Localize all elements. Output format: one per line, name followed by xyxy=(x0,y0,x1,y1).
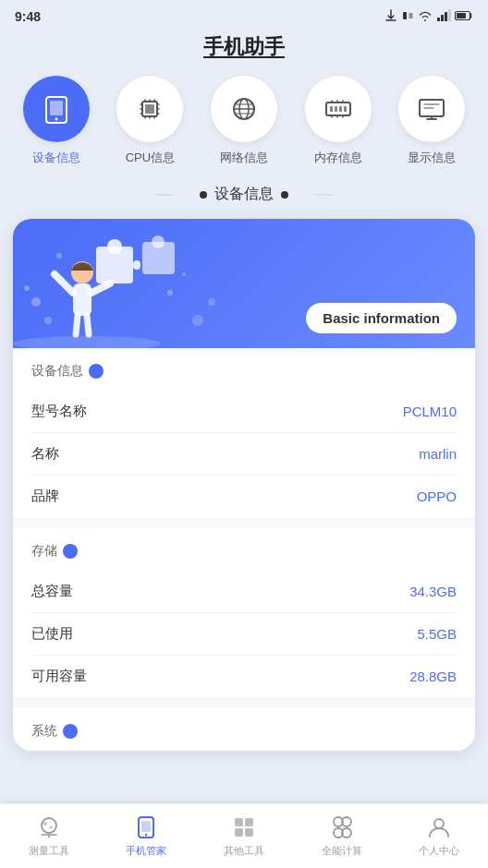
storage-available-label: 可用容量 xyxy=(31,668,87,685)
system-section-header: 系统 xyxy=(31,723,457,740)
banner: Basic information xyxy=(13,219,475,348)
bottom-nav-measure-label: 测量工具 xyxy=(29,844,69,858)
bottom-nav-profile-label: 个人中心 xyxy=(419,844,459,858)
main-card: Basic information 设备信息 型号名称 PCLM10 名称 ma… xyxy=(13,219,475,751)
device-name-label: 名称 xyxy=(31,445,59,463)
svg-rect-4 xyxy=(448,9,451,21)
status-icons xyxy=(384,9,473,25)
bottom-nav: 测量工具 手机管家 其他工具 xyxy=(0,803,488,868)
svg-rect-18 xyxy=(344,106,347,112)
svg-rect-0 xyxy=(403,12,407,19)
storage-section-header: 存储 xyxy=(31,543,457,560)
section-dot-right xyxy=(281,191,288,199)
svg-rect-1 xyxy=(437,18,440,21)
storage-used-label: 已使用 xyxy=(31,625,73,643)
svg-rect-43 xyxy=(245,818,253,826)
bottom-nav-phone-manager[interactable]: 手机管家 xyxy=(98,814,196,858)
storage-total-value: 34.3GB xyxy=(409,584,457,599)
divider-2 xyxy=(13,697,475,708)
scroll-content: 设备信息 xyxy=(0,185,488,825)
svg-point-30 xyxy=(44,317,52,324)
svg-point-29 xyxy=(24,285,30,291)
status-time: 9:48 xyxy=(15,9,41,24)
svg-point-9 xyxy=(55,118,57,121)
network-info-icon-circle[interactable] xyxy=(211,76,277,142)
section-title-text: 设备信息 xyxy=(214,185,274,204)
bottom-nav-calculator[interactable]: 全能计算 xyxy=(293,814,391,858)
svg-point-33 xyxy=(56,253,62,259)
svg-point-24 xyxy=(107,239,122,254)
phone-manager-icon xyxy=(133,814,159,840)
svg-point-36 xyxy=(42,818,56,833)
storage-section-dot xyxy=(63,544,78,559)
page-title: 手机助手 xyxy=(0,30,488,76)
nav-label-network-info: 网络信息 xyxy=(220,150,268,166)
nav-item-network-info[interactable]: 网络信息 xyxy=(211,76,277,166)
svg-point-34 xyxy=(167,290,173,295)
device-info-icon-circle[interactable] xyxy=(23,76,90,142)
device-info-section: 设备信息 型号名称 PCLM10 名称 marlin 品牌 OPPO xyxy=(13,348,475,517)
svg-point-20 xyxy=(13,336,161,348)
svg-rect-8 xyxy=(50,101,63,115)
cpu-info-icon-circle[interactable] xyxy=(116,76,183,142)
nav-label-display-info: 显示信息 xyxy=(408,150,456,166)
device-model-row: 型号名称 PCLM10 xyxy=(31,391,457,433)
device-brand-label: 品牌 xyxy=(31,488,59,505)
device-model-label: 型号名称 xyxy=(31,403,87,420)
nav-icons-row: 设备信息 CPU信息 网络信息 xyxy=(0,76,488,185)
device-section-label: 设备信息 xyxy=(31,363,83,380)
banner-illustration xyxy=(13,228,226,348)
bottom-nav-other-tools-label: 其他工具 xyxy=(224,844,264,858)
bottom-nav-other-tools[interactable]: 其他工具 xyxy=(195,814,293,858)
device-name-row: 名称 marlin xyxy=(31,433,457,476)
bottom-nav-measure[interactable]: 测量工具 xyxy=(0,814,98,858)
section-dot-left xyxy=(200,191,207,199)
status-bar: 9:48 xyxy=(0,0,488,30)
nav-item-display-info[interactable]: 显示信息 xyxy=(398,76,465,166)
system-section-label: 系统 xyxy=(31,723,57,740)
system-section-dot xyxy=(63,724,78,739)
storage-section-label: 存储 xyxy=(31,543,57,560)
svg-point-32 xyxy=(208,298,215,306)
nav-item-memory-info[interactable]: 内存信息 xyxy=(305,76,372,166)
divider-1 xyxy=(13,517,475,528)
device-brand-value: OPPO xyxy=(417,488,457,504)
svg-rect-14 xyxy=(326,102,350,115)
battery-icon xyxy=(455,10,473,24)
svg-point-38 xyxy=(49,826,52,829)
signal-icon xyxy=(436,9,451,25)
svg-rect-40 xyxy=(141,821,151,832)
svg-point-28 xyxy=(31,297,41,307)
nav-item-device-info[interactable]: 设备信息 xyxy=(23,76,90,166)
profile-icon xyxy=(426,814,452,840)
calculator-icon xyxy=(329,814,355,840)
svg-rect-25 xyxy=(133,260,140,270)
storage-used-value: 5.5GB xyxy=(417,626,457,642)
storage-available-row: 可用容量 28.8GB xyxy=(31,656,457,697)
svg-rect-45 xyxy=(245,828,253,837)
wifi-icon xyxy=(418,9,433,25)
storage-total-row: 总容量 34.3GB xyxy=(31,571,457,613)
svg-rect-2 xyxy=(441,15,444,21)
storage-section: 存储 总容量 34.3GB 已使用 5.5GB 可用容量 28.8GB xyxy=(13,528,475,697)
svg-rect-21 xyxy=(73,283,92,316)
device-brand-row: 品牌 OPPO xyxy=(31,476,457,517)
nav-label-device-info: 设备信息 xyxy=(32,150,80,166)
device-section-dot xyxy=(89,364,104,379)
display-info-icon-circle[interactable] xyxy=(398,76,465,142)
nav-label-cpu-info: CPU信息 xyxy=(126,150,175,166)
svg-rect-44 xyxy=(235,828,243,837)
bottom-nav-calculator-label: 全能计算 xyxy=(322,844,362,858)
storage-available-value: 28.8GB xyxy=(409,669,457,684)
svg-rect-17 xyxy=(339,106,342,112)
device-name-value: marlin xyxy=(419,446,457,462)
svg-point-50 xyxy=(434,819,444,828)
nav-label-memory-info: 内存信息 xyxy=(314,150,362,166)
svg-point-41 xyxy=(145,834,147,836)
bottom-nav-profile[interactable]: 个人中心 xyxy=(390,814,488,858)
nav-item-cpu-info[interactable]: CPU信息 xyxy=(116,76,183,166)
memory-info-icon-circle[interactable] xyxy=(305,76,372,142)
device-section-header: 设备信息 xyxy=(31,363,457,380)
svg-rect-42 xyxy=(235,818,243,826)
device-model-value: PCLM10 xyxy=(403,404,457,419)
